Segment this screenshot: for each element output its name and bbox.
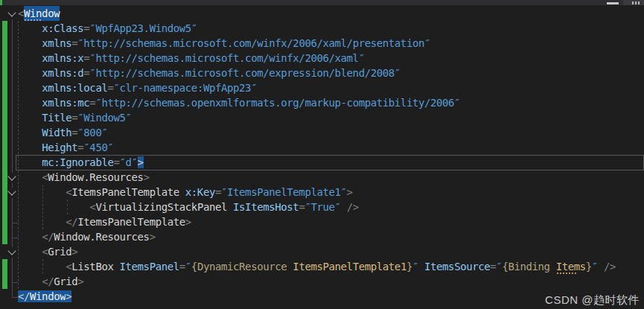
token: ItemsPanelTemplate1 xyxy=(293,261,407,273)
token: ItemsPanelTemplate xyxy=(77,216,185,228)
change-bar-top-fragment xyxy=(0,0,2,5)
outline-end-tick xyxy=(12,219,18,223)
token: ″http://schemas.microsoft.com/expression… xyxy=(89,67,401,79)
code-line-13[interactable]: <ItemsPanelTemplate x:Key=″ItemsPanelTem… xyxy=(0,185,644,200)
token: Width xyxy=(42,127,71,138)
token: > xyxy=(185,216,191,228)
token: ItemsPanelTemplate xyxy=(71,186,185,198)
token: x:Key xyxy=(185,186,215,198)
token xyxy=(18,246,42,258)
token: ″ xyxy=(592,261,604,273)
token: ″clr-namespace:WpfApp23″ xyxy=(113,82,257,94)
code-line-3[interactable]: xmlns=″http://schemas.microsoft.com/winf… xyxy=(0,36,644,51)
token: ″ xyxy=(412,261,424,273)
token: Grid xyxy=(54,275,77,287)
token: ListBox xyxy=(71,261,119,273)
token: > xyxy=(144,171,150,183)
token: ″800″ xyxy=(77,127,107,138)
token: > xyxy=(77,275,83,287)
token: > xyxy=(347,186,353,198)
token: xmlns:x xyxy=(42,52,83,64)
token: Window xyxy=(30,290,66,302)
token: < xyxy=(42,246,48,258)
indent-guide xyxy=(42,185,44,229)
token: xmlns:d xyxy=(42,67,83,79)
token: </ xyxy=(18,290,30,302)
code-editor-screen: <Window x:Class=″WpfApp23.Window5″ xmlns… xyxy=(0,0,644,309)
token: </ xyxy=(42,275,54,287)
token xyxy=(18,37,42,49)
grip-dots-icon[interactable] xyxy=(632,1,640,4)
code-line-1[interactable]: <Window xyxy=(0,6,644,21)
token: Window.Resources xyxy=(48,171,143,183)
token xyxy=(18,127,42,138)
change-tracking-bar xyxy=(2,259,7,289)
token: /> xyxy=(604,261,616,273)
token: {DynamicResource xyxy=(191,261,293,273)
token xyxy=(18,141,42,153)
token: > xyxy=(66,290,71,302)
fold-chevron-down-icon[interactable] xyxy=(7,173,17,183)
token: ″Window5″ xyxy=(77,112,131,124)
token: Height xyxy=(42,141,77,153)
indent-guide xyxy=(42,259,44,274)
token: ItemsPanel xyxy=(120,261,179,273)
token: ItemsSource xyxy=(424,261,490,273)
token: Window.Resources xyxy=(54,231,149,243)
token xyxy=(18,201,89,213)
token: /> xyxy=(347,201,359,213)
token: Grid xyxy=(48,246,71,258)
token: } xyxy=(586,261,592,273)
token xyxy=(18,97,42,109)
token: < xyxy=(42,171,48,183)
fold-chevron-down-icon[interactable] xyxy=(7,9,17,19)
token: x:Class xyxy=(42,22,83,34)
token xyxy=(18,171,42,183)
code-line-2[interactable]: x:Class=″WpfApp23.Window5″ xyxy=(0,21,644,36)
code-line-5[interactable]: xmlns:d=″http://schemas.microsoft.com/ex… xyxy=(0,66,644,80)
token: xmlns xyxy=(42,37,71,49)
token: Items xyxy=(556,259,586,274)
code-line-10[interactable]: Height=″450″ xyxy=(0,140,644,155)
current-line-border xyxy=(16,155,644,171)
code-line-4[interactable]: xmlns:x=″http://schemas.microsoft.com/wi… xyxy=(0,51,644,66)
token xyxy=(18,275,42,287)
outline-end-tick xyxy=(12,293,18,298)
token xyxy=(18,22,42,34)
code-line-6[interactable]: xmlns:local=″clr-namespace:WpfApp23″ xyxy=(0,80,644,95)
token xyxy=(18,82,42,94)
token: > xyxy=(150,231,156,243)
overflow-dash-icon[interactable] xyxy=(607,2,619,4)
code-line-8[interactable]: Title=″Window5″ xyxy=(0,110,644,125)
code-line-7[interactable]: xmlns:mc=″http://schemas.openxmlformats.… xyxy=(0,95,644,110)
code-line-19[interactable]: </Grid> xyxy=(0,274,644,289)
token: ″http://schemas.microsoft.com/winfx/2006… xyxy=(89,52,364,64)
token: > xyxy=(71,246,77,258)
code-line-18[interactable]: <ListBox ItemsPanel=″{DynamicResource It… xyxy=(0,259,644,274)
token: IsItemsHost xyxy=(233,201,299,213)
token: ″http://schemas.microsoft.com/winfx/2006… xyxy=(77,37,430,49)
token: </ xyxy=(42,231,54,243)
code-line-16[interactable]: </Window.Resources> xyxy=(0,229,644,244)
token: xmlns:mc xyxy=(42,97,89,109)
token: = xyxy=(215,186,221,198)
token: xmlns:local xyxy=(42,82,107,94)
code-line-12[interactable]: <Window.Resources> xyxy=(0,170,644,185)
token: {Binding xyxy=(502,261,555,273)
outline-end-tick xyxy=(12,278,18,283)
fold-chevron-down-icon[interactable] xyxy=(7,188,17,198)
token xyxy=(18,231,42,243)
code-line-14[interactable]: <VirtualizingStackPanel IsItemsHost=″Tru… xyxy=(0,200,644,214)
token: < xyxy=(18,7,24,19)
editor-top-strip xyxy=(0,0,644,5)
token: </ xyxy=(66,216,77,228)
code-line-15[interactable]: </ItemsPanelTemplate> xyxy=(0,214,644,229)
code-line-9[interactable]: Width=″800″ xyxy=(0,125,644,140)
token: = xyxy=(179,261,185,273)
token: ″http://schemas.openxmlformats.org/marku… xyxy=(95,97,460,109)
code-line-17[interactable]: <Grid> xyxy=(0,244,644,259)
watermark: CSDN @趋时软件 xyxy=(545,293,640,308)
outline-end-tick xyxy=(12,234,18,238)
token xyxy=(18,112,42,124)
fold-chevron-down-icon[interactable] xyxy=(7,247,17,258)
